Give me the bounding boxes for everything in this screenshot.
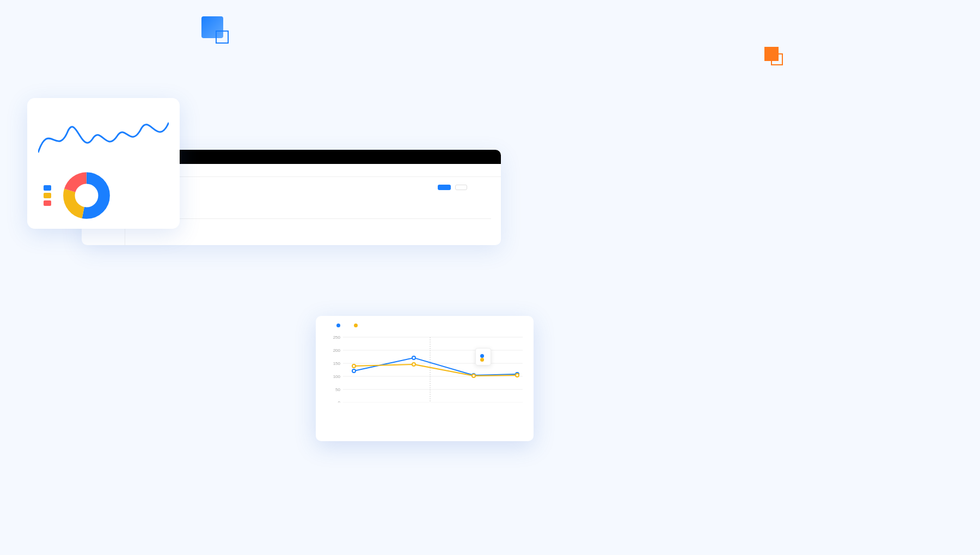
svg-text:0: 0 <box>338 400 341 402</box>
legend-item <box>336 324 343 327</box>
mock-stage: 050100 150200250 <box>27 98 506 436</box>
svg-point-20 <box>352 364 356 368</box>
line-chart: 050100 150200250 <box>326 332 524 402</box>
mini-chart-card <box>27 98 180 229</box>
donut-legend <box>44 183 51 208</box>
svg-point-16 <box>352 369 356 373</box>
svg-point-22 <box>472 374 475 377</box>
profile-tabs <box>135 218 491 219</box>
svg-text:50: 50 <box>335 387 340 392</box>
student-profile <box>135 185 491 211</box>
svg-text:250: 250 <box>333 335 341 340</box>
svg-point-23 <box>516 374 519 377</box>
svg-text:100: 100 <box>333 374 341 379</box>
svg-text:200: 200 <box>333 348 341 353</box>
chart-tooltip <box>475 348 491 365</box>
svg-point-17 <box>412 356 415 359</box>
svg-point-21 <box>412 363 415 366</box>
disable-account-button[interactable] <box>455 185 467 190</box>
hero-section <box>0 0 980 32</box>
decoration-orange <box>764 47 779 61</box>
signup-button[interactable] <box>438 185 451 190</box>
donut-chart-icon <box>62 171 111 220</box>
svg-text:150: 150 <box>333 361 341 366</box>
attendance-chart-card: 050100 150200250 <box>316 316 534 441</box>
sparkline-icon <box>38 109 169 163</box>
legend-item <box>354 324 360 327</box>
